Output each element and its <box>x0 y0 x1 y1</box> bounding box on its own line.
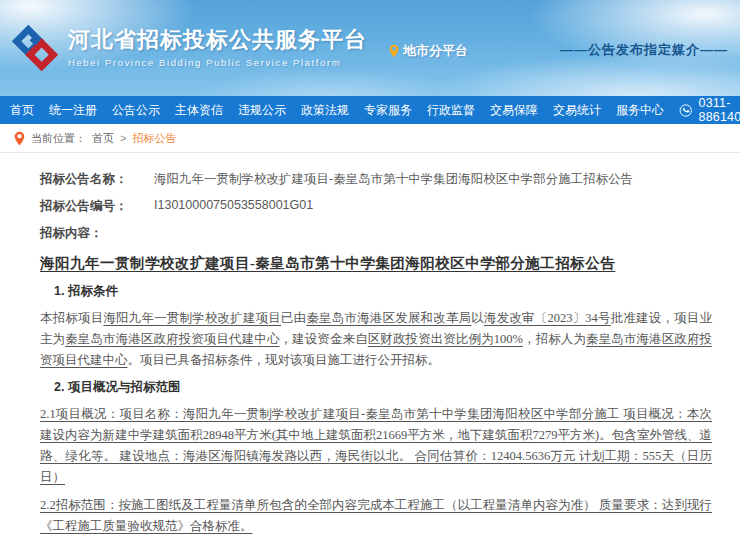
section-heading: 1. 招标条件 <box>40 283 712 300</box>
section-paragraph: 本招标项目海阳九年一贯制学校改扩建项目已由秦皇岛市海港区发展和改革局以海发改审〔… <box>40 308 712 371</box>
nav-item-expert-service[interactable]: 专家服务 <box>364 102 412 119</box>
breadcrumb-separator: > <box>120 132 126 144</box>
nav-item-register[interactable]: 统一注册 <box>49 102 97 119</box>
nav-item-service-center[interactable]: 服务中心 <box>616 102 664 119</box>
page: 河北省招标投标公共服务平台 Hebei Province Bidding Pub… <box>0 0 740 536</box>
breadcrumb: 当前位置： 首页 > 招标公告 <box>0 124 740 153</box>
notice-content-row: 招标内容： <box>40 225 712 242</box>
nav-item-admin-supervision[interactable]: 行政监督 <box>427 102 475 119</box>
document-body: 1. 招标条件本招标项目海阳九年一贯制学校改扩建项目已由秦皇岛市海港区发展和改革… <box>40 283 712 536</box>
nav-item-trade-guarantee[interactable]: 交易保障 <box>490 102 538 119</box>
contact-phone: 0311-88614089/176/169 <box>679 96 740 124</box>
notice-content: 招标公告名称： 海阳九年一贯制学校改扩建项目-秦皇岛市第十中学集团海阳校区中学部… <box>0 153 740 536</box>
nav-item-home[interactable]: 首页 <box>10 102 34 119</box>
site-logo-icon[interactable] <box>10 23 60 73</box>
document-title: 海阳九年一贯制学校改扩建项目-秦皇岛市第十中学集团海阳校区中学部分施工招标公告 <box>40 254 712 273</box>
nav-item-announcements[interactable]: 公告公示 <box>112 102 160 119</box>
site-subtitle: Hebei Province Bidding Public Service Pl… <box>68 58 367 68</box>
site-title-block: 河北省招标投标公共服务平台 Hebei Province Bidding Pub… <box>68 29 367 68</box>
breadcrumb-pin-icon <box>14 131 25 146</box>
location-pin-icon <box>389 44 399 58</box>
section-paragraph: 2.2招标范围：按施工图纸及工程量清单所包含的全部内容完成本工程施工（以工程量清… <box>40 495 712 536</box>
site-header: 河北省招标投标公共服务平台 Hebei Province Bidding Pub… <box>0 0 740 96</box>
notice-name-row: 招标公告名称： 海阳九年一贯制学校改扩建项目-秦皇岛市第十中学集团海阳校区中学部… <box>40 171 712 188</box>
nav-item-policies[interactable]: 政策法规 <box>301 102 349 119</box>
nav-item-entity-credit[interactable]: 主体资信 <box>175 102 223 119</box>
breadcrumb-prefix: 当前位置： <box>31 131 86 146</box>
nav-item-violations[interactable]: 违规公示 <box>238 102 286 119</box>
notice-number-row: 招标公告编号： I1301000075053558001G01 <box>40 198 712 215</box>
breadcrumb-current: 招标公告 <box>132 131 176 146</box>
notice-name-value: 海阳九年一贯制学校改扩建项目-秦皇岛市第十中学集团海阳校区中学部分施工招标公告 <box>154 171 633 188</box>
section-heading: 2. 项目概况与招标范围 <box>40 379 712 396</box>
breadcrumb-home-link[interactable]: 首页 <box>92 131 114 146</box>
nav-item-trade-statistics[interactable]: 交易统计 <box>553 102 601 119</box>
notice-name-label: 招标公告名称： <box>40 171 154 188</box>
phone-icon <box>679 102 693 119</box>
notice-number-value: I1301000075053558001G01 <box>154 198 313 215</box>
main-nav: 首页 统一注册 公告公示 主体资信 违规公示 政策法规 专家服务 行政监督 交易… <box>0 96 740 124</box>
phone-number: 0311-88614089/176/169 <box>699 96 740 124</box>
notice-content-label: 招标内容： <box>40 225 154 242</box>
section-paragraph: 2.1项目概况：项目名称：海阳九年一贯制学校改扩建项目-秦皇岛市第十中学集团海阳… <box>40 404 712 488</box>
media-designation: ——公告发布指定媒介—— <box>560 41 728 59</box>
site-title: 河北省招标投标公共服务平台 <box>68 29 367 51</box>
subplatform-label: 地市分平台 <box>403 42 468 60</box>
city-subplatform-link[interactable]: 地市分平台 <box>389 42 468 60</box>
notice-number-label: 招标公告编号： <box>40 198 154 215</box>
